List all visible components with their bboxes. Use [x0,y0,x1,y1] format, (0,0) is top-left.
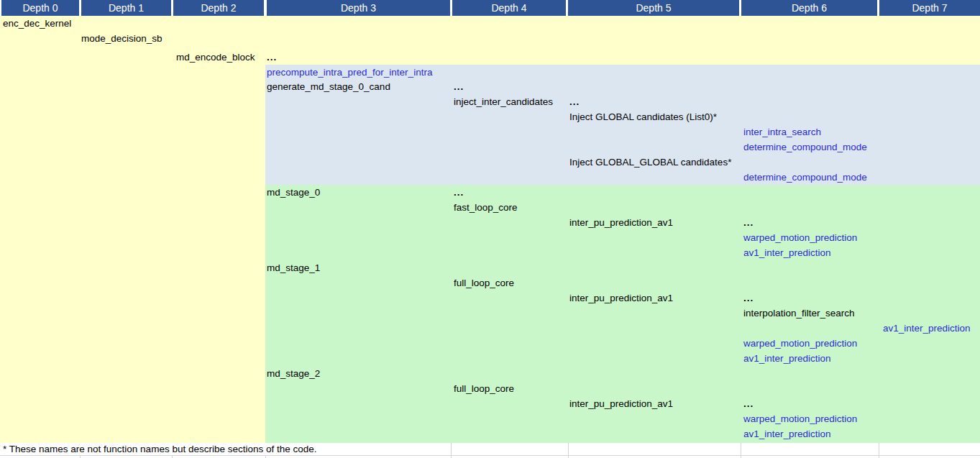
hyperlink-cell[interactable]: av1_inter_prediction [743,245,831,260]
header-depth-1: Depth 1 [81,0,171,16]
header-depth-2: Depth 2 [173,0,264,16]
header-depth-3: Depth 3 [267,0,450,16]
ellipsis-cell: ... [267,50,277,65]
hyperlink-cell[interactable]: av1_inter_prediction [883,321,971,336]
ellipsis-cell: ... [743,215,754,230]
function-cell: Inject GLOBAL candidates (List0)* [569,109,717,124]
yellow-left-columns-bg [0,65,265,443]
function-cell: generate_md_stage_0_cand [267,79,390,94]
ellipsis-cell: ... [454,185,464,200]
grid-divider [741,443,741,455]
hyperlink-cell[interactable]: warped_motion_prediction [743,336,857,351]
hyperlink-cell[interactable]: determine_compound_mode [743,139,867,155]
ellipsis-cell: ... [454,79,464,94]
grid-divider [879,443,879,455]
function-cell: inter_pu_prediction_av1 [569,396,673,411]
function-cell: full_loop_core [454,275,514,290]
function-cell: inter_pu_prediction_av1 [569,290,673,306]
hyperlink-cell[interactable]: inter_intra_search [743,124,821,139]
header-depth-0: Depth 0 [1,0,79,16]
hyperlink-cell[interactable]: warped_motion_prediction [743,230,857,245]
header-depth-4: Depth 4 [452,0,566,16]
hyperlink-cell[interactable]: determine_compound_mode [743,170,867,185]
function-cell: interpolation_filter_search [743,306,855,321]
hyperlink-cell[interactable]: warped_motion_prediction [743,411,857,426]
function-cell: md_stage_2 [267,366,320,381]
ellipsis-cell: ... [743,396,754,411]
call-hierarchy-table: Depth 0Depth 1Depth 2Depth 3Depth 4Depth… [0,0,980,458]
function-cell: full_loop_core [454,381,514,396]
ellipsis-cell: ... [569,94,580,109]
header-depth-5: Depth 5 [568,0,739,16]
hyperlink-cell[interactable]: av1_inter_prediction [743,426,831,441]
function-cell: Inject GLOBAL_GLOBAL candidates* [569,155,731,170]
function-cell: mode_decision_sb [81,31,162,46]
grid-divider [451,443,452,455]
function-cell: md_stage_1 [267,260,320,275]
function-cell: inject_inter_candidates [454,94,553,109]
hyperlink-cell[interactable]: av1_inter_prediction [743,351,831,366]
function-cell: inter_pu_prediction_av1 [569,215,673,230]
ellipsis-cell: ... [743,290,754,306]
function-cell: md_stage_0 [267,185,320,200]
grid-divider [568,443,569,455]
header-depth-7: Depth 7 [879,0,980,16]
footnote-text: * These names are not function names but… [3,443,317,455]
function-cell: md_encode_block [176,50,255,65]
hyperlink-cell[interactable]: precompute_intra_pred_for_inter_intra [267,65,432,80]
function-cell: fast_loop_core [454,200,518,215]
grid-divider [0,455,980,456]
function-cell: enc_dec_kernel [3,16,71,31]
header-depth-6: Depth 6 [741,0,877,16]
